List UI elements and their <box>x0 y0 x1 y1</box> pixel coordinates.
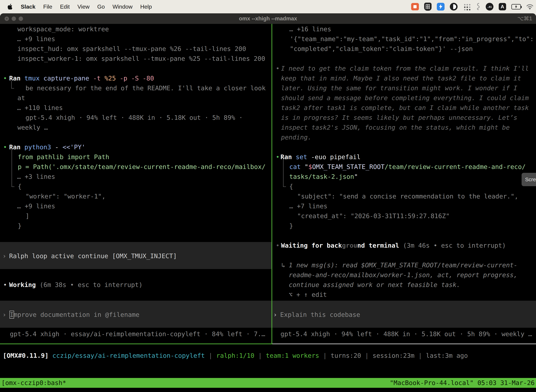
working-status-line: Working (6m 38s • esc to interrupt) <box>9 280 143 290</box>
thinking-line: I need to get the claim token from the c… <box>281 64 529 73</box>
prompt-chevron: › <box>2 310 6 320</box>
command-output-line: ] <box>25 211 29 221</box>
collapsed-lines-indicator: … +9 lines <box>17 201 55 211</box>
path-token: tasks/task-2.json <box>289 173 354 180</box>
terminal-output-line: inspect_hud: omx sparkshell --tmux-pane … <box>17 44 246 54</box>
menu-edit[interactable]: Edit <box>60 4 70 10</box>
command-output-line: } <box>18 221 22 231</box>
terminal-output-line: inspect_worker-1: omx sparkshell --tmux-… <box>17 54 265 64</box>
working-detail: (6m 38s • esc to interrupt) <box>40 281 143 288</box>
workspace-path: cczip/essay/ai-reimplementation-copyleft <box>53 352 205 359</box>
menu-file[interactable]: File <box>43 4 53 10</box>
menu-view[interactable]: View <box>77 4 90 10</box>
ralph-banner-text: Ralph loop active continue [OMX_TMUX_INJ… <box>9 251 177 261</box>
working-label: Working <box>9 281 36 288</box>
battery-percent-badge[interactable]: ..61 <box>486 3 493 10</box>
code-line: from pathlib import Path <box>18 152 109 162</box>
right-session-status: gpt-5.4 xhigh · 94% left · 488K in · 5.1… <box>281 329 532 339</box>
screen-tooltip: Scre <box>522 173 536 186</box>
command-bullet: • <box>276 152 280 162</box>
omx-version-badge: [OMX#0.11.9] <box>3 352 48 359</box>
cmd-token: -euo pipefail <box>311 153 360 160</box>
mailbox-msg-line: continue assigned work or next feasible … <box>289 280 460 290</box>
waiting-detail: (3m 46s • esc to interrupt) <box>403 242 506 249</box>
menu-app-name[interactable]: Slack <box>21 4 36 10</box>
prompt-chevron: › <box>2 251 6 261</box>
wifi-icon[interactable] <box>526 4 534 9</box>
cmd-token: - <box>55 144 59 151</box>
menu-bar-status-icons: ..61 A <box>411 0 534 13</box>
command-line-python: Ran python3 - <<'PY' <box>9 142 86 152</box>
output-connector <box>12 149 14 187</box>
crescent-app-icon[interactable] <box>450 3 458 10</box>
blue-lightning-icon[interactable] <box>437 3 445 10</box>
chat-app-icon[interactable] <box>411 3 419 10</box>
pane-divider[interactable] <box>272 24 272 344</box>
command-output-line: { <box>289 182 293 191</box>
command-output-line: at <box>17 93 25 103</box>
collapsed-lines-indicator: … +110 lines <box>17 103 63 113</box>
text-cursor: I <box>10 311 14 318</box>
keyboard-layout-icon[interactable]: A <box>499 3 506 10</box>
session-timer: session:23m <box>373 352 415 359</box>
right-input-field[interactable]: Explain this codebase <box>280 310 360 320</box>
prompt-chevron: › <box>273 310 277 320</box>
cmd-token: <<'PY' <box>62 144 86 151</box>
ran-label: Ran <box>281 153 292 160</box>
menu-go[interactable]: Go <box>97 4 105 10</box>
window-shortcut-badge: ⌥⌘1 <box>517 13 532 24</box>
cmd-token: cat <box>289 163 301 170</box>
left-input-field[interactable]: Improve documentation in @filename <box>10 310 139 320</box>
command-bullet: • <box>3 73 7 83</box>
waiting-status-line: Waiting for background terminal (3m 46s … <box>281 241 506 250</box>
command-output-line: be necessary for the end of the README. … <box>25 83 266 93</box>
path-token: /team/review-current-readme-and-reco/ <box>385 163 526 170</box>
last-activity: last:3m ago <box>426 352 468 359</box>
window-title: omx --xhigh --madmax <box>0 13 536 24</box>
ralph-counter: ralph:1/10 <box>216 352 254 359</box>
squiggle-icon[interactable] <box>476 3 480 11</box>
code-line: p = Path('.omx/state/team/review-current… <box>18 162 266 172</box>
command-line-tmux-capture: Ran tmux capture-pane -t %25 -p -S -80 <box>9 73 154 83</box>
apple-icon[interactable] <box>8 4 13 10</box>
status-bullet: • <box>276 241 280 250</box>
command-output-line: weekly … <box>17 123 48 132</box>
dollar-sigil: $ <box>308 163 312 170</box>
menu-help[interactable]: Help <box>140 4 152 10</box>
team-counter: team:1 workers <box>266 352 319 359</box>
menu-window[interactable]: Window <box>113 4 133 10</box>
left-session-status: gpt-5.4 xhigh · essay/ai-reimplementatio… <box>10 329 265 339</box>
output-connector <box>11 81 14 89</box>
thinking-line: is in progress? It seems likely but perh… <box>281 113 517 123</box>
input-placeholder: Explain this codebase <box>280 311 360 318</box>
battery-icon[interactable] <box>511 4 521 9</box>
ran-label: Ran <box>9 75 21 82</box>
dots-grid-icon[interactable] <box>463 3 471 10</box>
thinking-line: inspect task2's JSON, focusing on the st… <box>281 123 510 132</box>
cmd-token: -t <box>93 75 100 82</box>
command-line-set-pipefail: Ran set -euo pipefail <box>281 152 360 162</box>
shimmer-segment: grou <box>342 242 357 249</box>
input-placeholder: mprove documentation in @filename <box>14 311 139 318</box>
terminal-output-line: "completed","claim_token":"claim-token"}… <box>290 44 473 54</box>
cmd-token: -p <box>120 75 127 82</box>
command-output-line: gpt-5.4 xhigh · 94% left · 488K in · 5.1… <box>25 113 243 123</box>
thinking-line: should send a message before completing … <box>281 93 529 103</box>
command-output-line: } <box>289 221 293 231</box>
thinking-bullet: • <box>276 64 280 73</box>
tmux-status-bar: [omx-cczip0:bash* "MacBook-Pro-44.local"… <box>0 378 536 388</box>
command-output-line: "subject": "send a concise recommendatio… <box>297 191 518 201</box>
tmux-session-name[interactable]: [omx-cczip0:bash* <box>1 378 66 388</box>
shield-grid-icon[interactable] <box>424 3 431 11</box>
right-pane-border <box>272 344 536 344</box>
edit-shortcut-hint: ⌥ + ↑ edit <box>289 290 327 300</box>
command-bullet: • <box>3 142 7 152</box>
code-line-path: tasks/task-2.json" <box>289 172 358 182</box>
msg-arrow: ↳ <box>281 260 285 270</box>
mailbox-msg-line: 1 new msg(s): read $OMX_TEAM_STATE_ROOT/… <box>289 260 517 270</box>
tmux-host-clock: "MacBook-Pro-44.local" 05:03 31-Mar-26 <box>390 378 535 388</box>
thinking-line: keep that in mind. Maybe I also need the… <box>281 73 521 83</box>
menu-bar-left: Slack File Edit View Go Window Help <box>0 4 152 10</box>
ran-label: Ran <box>9 144 21 151</box>
mailbox-msg-line: readme-and-reco/mailbox/worker-1.json, a… <box>289 270 517 280</box>
